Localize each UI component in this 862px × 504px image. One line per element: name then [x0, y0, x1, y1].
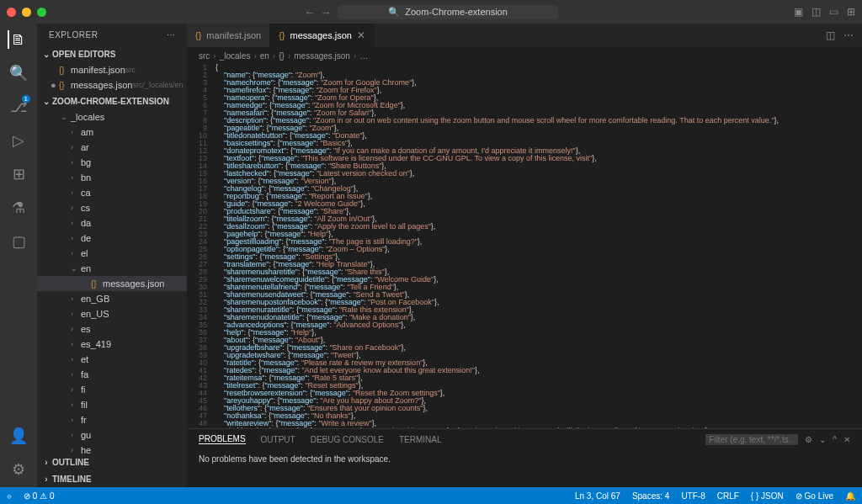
problems-filter[interactable] [705, 434, 798, 445]
editor-tab[interactable]: {}messages.json✕ [270, 24, 375, 47]
file-tree-item[interactable]: › de [37, 231, 187, 246]
split-editor-icon[interactable]: ◫ [826, 29, 835, 41]
status-item[interactable]: { } JSON [751, 491, 784, 501]
problems-body: No problems have been detected in the wo… [187, 449, 862, 487]
status-item[interactable]: Spaces: 4 [632, 491, 669, 501]
command-center[interactable]: 🔍 Zoom-Chrome-extension [338, 5, 558, 19]
explorer-icon[interactable]: 🗎 [8, 30, 26, 49]
status-item[interactable]: 🔔 [845, 491, 855, 501]
accounts-icon[interactable]: 👤 [9, 427, 28, 445]
collapse-icon[interactable]: ⌄ [819, 435, 826, 444]
layout-panel-icon[interactable]: ▣ [794, 6, 803, 18]
open-editor-item[interactable]: {} manifest.json src [37, 62, 187, 77]
layout-sidebar-icon[interactable]: ◫ [811, 6, 821, 18]
file-tree-item[interactable]: › ar [37, 140, 187, 155]
open-editor-item[interactable]: ●{} messages.json src/_locales/en [37, 77, 187, 93]
tab-more-icon[interactable]: ⋯ [843, 29, 854, 41]
status-remote[interactable]: ⟐ [7, 491, 12, 501]
status-item[interactable]: CRLF [717, 491, 739, 501]
source-control-icon[interactable]: ⎇1 [9, 98, 28, 116]
filter-icon[interactable]: ⚙ [805, 435, 812, 444]
editor-tab[interactable]: {}manifest.json [187, 24, 270, 47]
close-window[interactable] [7, 8, 16, 17]
breadcrumb-item[interactable]: {} [279, 51, 285, 61]
file-tree-item[interactable]: › am [37, 125, 187, 140]
file-tree-item[interactable]: › gu [37, 427, 187, 443]
open-editors-section[interactable]: ⌄OPEN EDITORS [37, 45, 187, 62]
minimize-window[interactable] [22, 8, 31, 17]
close-tab-icon[interactable]: ✕ [357, 29, 365, 41]
file-tree-item[interactable]: ⌄ _locales [37, 109, 187, 125]
file-tree-item[interactable]: {} messages.json [37, 276, 187, 291]
status-errors[interactable]: ⊘ 0 ⚠ 0 [24, 491, 54, 501]
more-icon[interactable]: ⋯ [167, 30, 176, 40]
file-tree-item[interactable]: › en_GB [37, 291, 187, 306]
nav-back-icon[interactable]: ← [304, 6, 315, 19]
file-tree-item[interactable]: › cs [37, 200, 187, 215]
file-tree-item[interactable]: › fil [37, 397, 187, 412]
extensions-icon[interactable]: ⊞ [9, 165, 28, 183]
file-tree-item[interactable]: › bg [37, 155, 187, 170]
breadcrumb-item[interactable]: src [199, 51, 210, 61]
breadcrumb-item[interactable]: _locales [220, 51, 251, 61]
maximize-window[interactable] [37, 8, 46, 17]
file-tree-item[interactable]: › fi [37, 382, 187, 397]
settings-icon[interactable]: ⚙ [9, 460, 28, 479]
testing-icon[interactable]: ⚗ [9, 199, 28, 217]
close-panel-icon[interactable]: ✕ [843, 435, 850, 444]
panel-tab[interactable]: DEBUG CONSOLE [311, 435, 384, 444]
breadcrumb-item[interactable]: en [260, 51, 269, 61]
customize-layout-icon[interactable]: ⊞ [847, 6, 855, 18]
nav-forward-icon[interactable]: → [320, 6, 331, 19]
file-tree-item[interactable]: › bn [37, 170, 187, 185]
status-item[interactable]: Ln 3, Col 67 [575, 491, 620, 501]
run-debug-icon[interactable]: ▷ [9, 131, 28, 150]
breadcrumb-item[interactable]: messages.json [294, 51, 350, 61]
project-title: Zoom-Chrome-extension [405, 7, 508, 17]
layout-secondary-icon[interactable]: ▭ [829, 6, 838, 18]
panel-tab[interactable]: PROBLEMS [199, 434, 246, 444]
file-tree-item[interactable]: › es_419 [37, 337, 187, 352]
maximize-panel-icon[interactable]: ^ [833, 435, 837, 444]
search-icon: 🔍 [388, 7, 400, 18]
remote-icon[interactable]: ▢ [9, 232, 28, 251]
file-tree-item[interactable]: › he [37, 443, 187, 454]
panel-tab[interactable]: TERMINAL [399, 435, 442, 444]
outline-section[interactable]: ›OUTLINE [37, 454, 187, 470]
file-tree-item[interactable]: › ca [37, 185, 187, 200]
file-tree-item[interactable]: › el [37, 246, 187, 261]
sidebar-title: EXPLORER [49, 30, 98, 40]
panel-tab[interactable]: OUTPUT [261, 435, 295, 444]
file-tree-item[interactable]: › en_US [37, 306, 187, 321]
project-section[interactable]: ⌄ZOOM-CHROME-EXTENSION [37, 93, 187, 109]
file-tree-item[interactable]: › da [37, 215, 187, 231]
file-tree-item[interactable]: › fa [37, 367, 187, 382]
file-tree-item[interactable]: › et [37, 352, 187, 367]
status-item[interactable]: UTF-8 [681, 491, 705, 501]
breadcrumb-item[interactable]: … [359, 51, 368, 61]
file-tree-item[interactable]: › es [37, 321, 187, 337]
file-tree-item[interactable]: ⌄ en [37, 261, 187, 276]
search-icon[interactable]: 🔍 [9, 64, 28, 82]
status-item[interactable]: ⊘ Go Live [795, 491, 833, 501]
file-tree-item[interactable]: › fr [37, 412, 187, 427]
timeline-section[interactable]: ›TIMELINE [37, 470, 187, 487]
